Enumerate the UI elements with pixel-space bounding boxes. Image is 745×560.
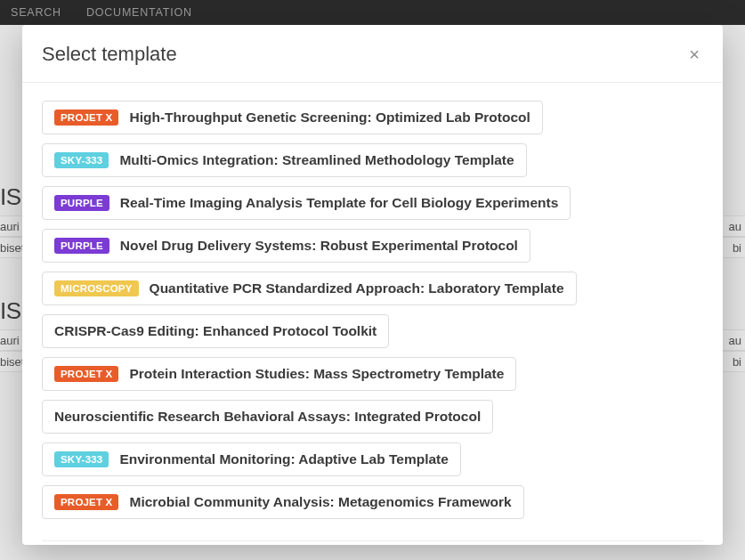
template-item[interactable]: Neuroscientific Research Behavioral Assa… [42,400,493,434]
template-title: Neuroscientific Research Behavioral Assa… [54,409,481,425]
page-background: IS auri au biseta bi IS auri au biseta b… [0,25,745,560]
template-badge: MICROSCOPY [54,280,139,296]
template-title: High-Throughput Genetic Screening: Optim… [129,110,530,126]
template-item[interactable]: PURPLEReal-Time Imaging Analysis Templat… [42,186,571,220]
template-title: CRISPR-Cas9 Editing: Enhanced Protocol T… [54,323,377,339]
template-badge: PROJET X [54,110,118,126]
template-list: PROJET XHigh-Throughput Genetic Screenin… [42,101,703,528]
template-badge: PURPLE [54,195,109,211]
modal-header: Select template × [22,25,723,83]
topbar: SEARCH DOCUMENTATION [0,0,745,25]
template-badge: PROJET X [54,366,118,382]
template-title: Microbial Community Analysis: Metagenomi… [129,494,511,510]
nav-search[interactable]: SEARCH [11,6,61,19]
template-title: Novel Drug Delivery Systems: Robust Expe… [120,238,518,254]
modal-overlay[interactable]: Select template × PROJET XHigh-Throughpu… [0,25,745,560]
template-item[interactable]: PROJET XMicrobial Community Analysis: Me… [42,485,524,519]
template-badge: PURPLE [54,238,109,254]
divider [42,540,703,541]
template-title: Quantitative PCR Standardized Approach: … [150,280,564,296]
template-item[interactable]: SKY-333Environmental Monitoring: Adaptiv… [42,442,461,476]
template-badge: PROJET X [54,494,118,510]
template-item[interactable]: PROJET XHigh-Throughput Genetic Screenin… [42,101,543,134]
template-badge: SKY-333 [54,451,109,467]
template-title: Multi-Omics Integration: Streamlined Met… [119,152,514,168]
template-item[interactable]: PROJET XProtein Interaction Studies: Mas… [42,357,516,391]
template-title: Real-Time Imaging Analysis Template for … [120,195,558,211]
modal-body: PROJET XHigh-Throughput Genetic Screenin… [22,83,723,545]
template-badge: SKY-333 [54,152,109,168]
nav-documentation[interactable]: DOCUMENTATION [86,6,192,19]
close-button[interactable]: × [685,44,703,65]
template-item[interactable]: CRISPR-Cas9 Editing: Enhanced Protocol T… [42,314,389,348]
template-item[interactable]: PURPLENovel Drug Delivery Systems: Robus… [42,229,530,263]
template-title: Protein Interaction Studies: Mass Spectr… [129,366,504,382]
template-item[interactable]: SKY-333Multi-Omics Integration: Streamli… [42,143,527,177]
select-template-modal: Select template × PROJET XHigh-Throughpu… [22,25,723,545]
template-title: Environmental Monitoring: Adaptive Lab T… [119,451,448,467]
template-item[interactable]: MICROSCOPYQuantitative PCR Standardized … [42,272,577,305]
modal-title: Select template [42,43,177,66]
